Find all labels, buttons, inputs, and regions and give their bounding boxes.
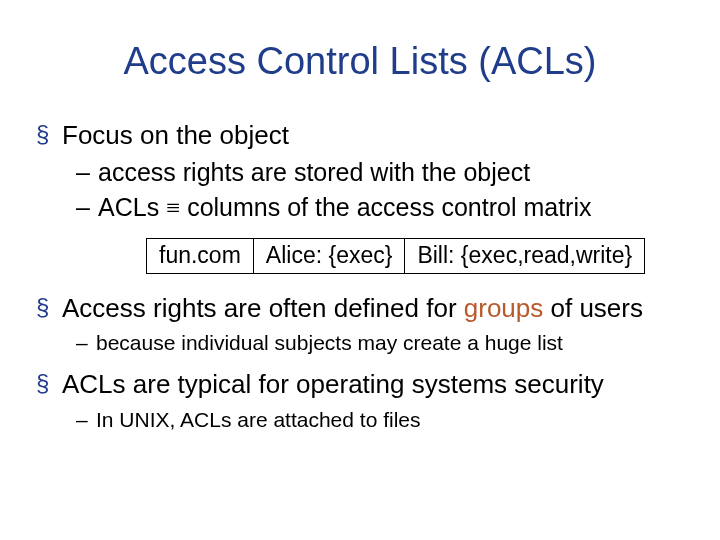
sub-item: because individual subjects may create a… (76, 329, 690, 356)
sub-item: In UNIX, ACLs are attached to files (76, 406, 690, 433)
sub-text: because individual subjects may create a… (96, 331, 563, 354)
bullet-os-security: ACLs are typical for operating systems s… (36, 368, 690, 433)
bullet-text: Focus on the object (62, 120, 289, 150)
bullet-text: ACLs are typical for operating systems s… (62, 369, 604, 399)
sub-item: access rights are stored with the object (76, 156, 690, 189)
table-row: fun.com Alice: {exec} Bill: {exec,read,w… (147, 239, 645, 273)
acl-entry-cell: Alice: {exec} (253, 239, 405, 273)
bullet-groups: Access rights are often defined for grou… (36, 292, 690, 357)
acl-entry-cell: Bill: {exec,read,write} (405, 239, 645, 273)
bullet-focus-object: Focus on the object access rights are st… (36, 119, 690, 274)
bullet-text-post: of users (543, 293, 643, 323)
sub-list: access rights are stored with the object… (76, 156, 690, 224)
sub-list: In UNIX, ACLs are attached to files (76, 406, 690, 433)
bullet-text-pre: Access rights are often defined for (62, 293, 464, 323)
sub-list: because individual subjects may create a… (76, 329, 690, 356)
sub-text-post: columns of the access control matrix (180, 193, 591, 221)
accent-word-groups: groups (464, 293, 544, 323)
sub-item: ACLs ≡ columns of the access control mat… (76, 191, 690, 225)
equiv-symbol: ≡ (166, 194, 180, 221)
acl-table: fun.com Alice: {exec} Bill: {exec,read,w… (146, 238, 645, 273)
sub-text: In UNIX, ACLs are attached to files (96, 408, 421, 431)
sub-text-pre: ACLs (98, 193, 166, 221)
bullet-list: Focus on the object access rights are st… (36, 119, 690, 433)
sub-text: access rights are stored with the object (98, 158, 530, 186)
slide-title: Access Control Lists (ACLs) (30, 40, 690, 83)
slide: Access Control Lists (ACLs) Focus on the… (0, 0, 720, 540)
acl-object-cell: fun.com (147, 239, 254, 273)
acl-example: fun.com Alice: {exec} Bill: {exec,read,w… (146, 238, 690, 273)
